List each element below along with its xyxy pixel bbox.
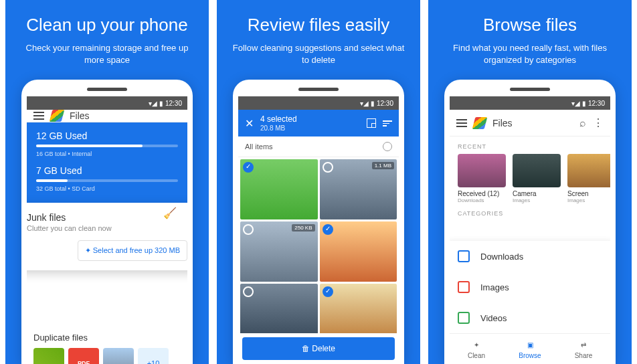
hero: Clean up your phone Check your remaining… [5, 0, 209, 76]
thumb-image[interactable] [33, 348, 64, 364]
nav-clean[interactable]: ✦Clean [450, 334, 503, 364]
close-icon[interactable]: ✕ [245, 117, 254, 130]
menu-icon[interactable] [456, 122, 467, 124]
photo-cell[interactable] [320, 284, 397, 333]
hero-subtitle: Find what you need really fast, with fil… [442, 42, 618, 66]
app-logo-icon [50, 110, 65, 122]
delete-button[interactable]: 🗑 Delete [242, 337, 395, 360]
categories-card: Downloads Images Videos [450, 241, 610, 333]
photo-cell[interactable]: 1.1 MB [320, 159, 397, 219]
app-title: Files [70, 110, 90, 121]
thumb-image[interactable] [103, 348, 134, 364]
recent-thumb [458, 154, 506, 187]
phone-speaker [510, 88, 550, 91]
photo-checkbox[interactable] [323, 162, 333, 173]
photo-grid: 1.1 MB 250 KB [238, 157, 399, 333]
selection-bar: ✕ 4 selected 20.8 MB [238, 110, 399, 136]
recent-row: Received (12)Downloads CameraImages Scre… [450, 154, 610, 203]
thumb-more[interactable]: +10 [138, 348, 169, 364]
photo-checkbox[interactable] [243, 162, 254, 173]
photo-cell[interactable]: 250 KB [240, 221, 318, 282]
sort-icon[interactable] [383, 120, 392, 126]
status-bar: ▾◢ ▮ 12:30 [238, 96, 399, 110]
download-icon [458, 250, 470, 262]
select-all-row[interactable]: All items [238, 136, 399, 157]
folder-icon: ▣ [524, 339, 536, 351]
grid-view-icon[interactable] [367, 118, 376, 128]
storage-used: 7 GB Used [36, 165, 178, 176]
recent-thumb [513, 154, 561, 187]
hero-title: Review files easily [230, 15, 407, 35]
thumb-pdf-icon[interactable]: PDF [68, 348, 99, 364]
screen: Files 12 GB Used 16 GB total • Internal … [27, 110, 187, 364]
hero: Browse files Find what you need really f… [428, 0, 632, 76]
photo-cell[interactable] [320, 221, 397, 282]
promo-panel-clean: Clean up your phone Check your remaining… [5, 0, 209, 364]
image-icon [458, 281, 470, 293]
storage-detail: 16 GB total • Internal [36, 151, 178, 157]
photo-checkbox[interactable] [323, 286, 333, 297]
status-time: 12:30 [165, 100, 182, 107]
photo-checkbox[interactable] [243, 224, 254, 235]
storage-row-sdcard[interactable]: 7 GB Used 32 GB total • SD Card [36, 165, 178, 192]
hero-subtitle: Follow cleaning suggestions and select w… [230, 42, 407, 66]
selection-size: 20.8 MB [260, 124, 297, 132]
duplicate-thumbs: PDF +10 [27, 343, 187, 364]
category-downloads[interactable]: Downloads [450, 241, 610, 272]
hero-title: Browse files [442, 15, 618, 35]
bottom-nav: ✦Clean ▣Browse ⇄Share [450, 333, 610, 364]
junk-files-card[interactable]: 🧹 Junk files Clutter you can clean now ✦… [27, 203, 187, 270]
selection-info: 4 selected 20.8 MB [260, 114, 297, 132]
hero: Review files easily Follow cleaning sugg… [217, 0, 420, 76]
storage-row-internal[interactable]: 12 GB Used 16 GB total • Internal [36, 130, 178, 157]
nav-browse[interactable]: ▣Browse [503, 334, 557, 364]
hero-subtitle: Check your remaining storage and free up… [19, 42, 195, 66]
storage-bar-fill [36, 145, 143, 147]
storage-detail: 32 GB total • SD Card [36, 185, 178, 192]
recent-label: RECENT [450, 136, 610, 154]
photo-checkbox[interactable] [323, 224, 333, 235]
file-size: 250 KB [292, 224, 314, 232]
phone-mockup: ▾◢ ▮ 12:30 Files ⌕ ⋮ RECENT Received (12… [444, 80, 616, 364]
category-images[interactable]: Images [450, 272, 610, 302]
share-icon: ⇄ [577, 339, 589, 351]
storage-section: 12 GB Used 16 GB total • Internal 7 GB U… [27, 122, 187, 208]
category-videos[interactable]: Videos [450, 302, 610, 333]
select-all-checkbox[interactable] [383, 142, 392, 151]
app-bar: Files [27, 110, 187, 122]
app-logo-icon [472, 117, 488, 129]
broom-icon: 🧹 [163, 207, 187, 231]
photo-cell[interactable] [240, 159, 318, 219]
nav-share[interactable]: ⇄Share [557, 334, 610, 364]
file-size: 1.1 MB [372, 162, 394, 169]
status-bar: ▾◢ ▮ 12:30 [27, 96, 187, 110]
duplicate-title: Duplicate files [33, 260, 181, 343]
promo-panel-browse: Browse files Find what you need really f… [428, 0, 632, 364]
phone-speaker [298, 88, 339, 91]
status-bar: ▾◢ ▮ 12:30 [450, 96, 610, 110]
storage-used: 12 GB Used [36, 130, 178, 141]
status-time: 12:30 [588, 100, 605, 107]
recent-item[interactable]: Received (12)Downloads [458, 154, 506, 203]
selection-count: 4 selected [260, 114, 297, 124]
screen: Files ⌕ ⋮ RECENT Received (12)Downloads … [450, 110, 610, 364]
menu-icon[interactable] [33, 115, 44, 116]
phone-speaker [87, 88, 127, 91]
status-time: 12:30 [377, 100, 393, 107]
recent-thumb [567, 154, 610, 187]
more-icon[interactable]: ⋮ [593, 116, 604, 129]
photo-checkbox[interactable] [243, 286, 254, 297]
video-icon [458, 312, 470, 324]
recent-item[interactable]: ScreenImages [567, 154, 610, 203]
promo-panel-review: Review files easily Follow cleaning sugg… [217, 0, 420, 364]
all-items-label: All items [245, 143, 273, 151]
hero-title: Clean up your phone [19, 15, 195, 35]
free-up-button[interactable]: ✦ Select and free up 320 MB [78, 240, 187, 261]
storage-bar-fill [36, 179, 68, 182]
photo-cell[interactable] [240, 284, 318, 333]
phone-mockup: ▾◢ ▮ 12:30 Files 12 GB Used 16 GB total … [21, 80, 193, 364]
recent-item[interactable]: CameraImages [513, 154, 561, 203]
search-icon[interactable]: ⌕ [579, 117, 586, 129]
screen: ✕ 4 selected 20.8 MB All items 1.1 MB 25… [238, 110, 399, 364]
phone-mockup: ▾◢ ▮ 12:30 ✕ 4 selected 20.8 MB All item… [233, 80, 404, 364]
